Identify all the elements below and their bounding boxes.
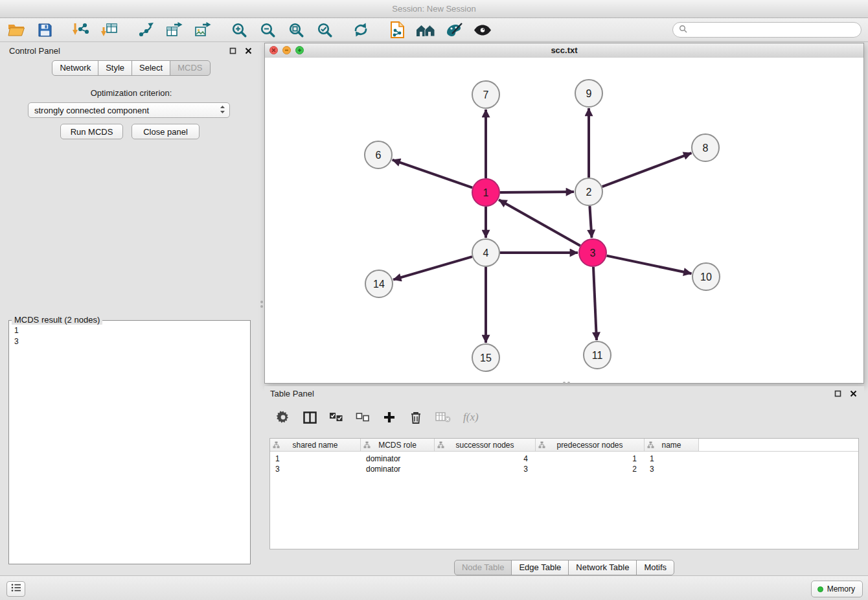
window-title: Session: New Session <box>392 4 475 14</box>
zoom-in-icon[interactable] <box>229 20 249 40</box>
task-history-button[interactable] <box>6 581 25 597</box>
control-panel-title: Control Panel <box>9 46 60 56</box>
zoom-out-icon[interactable] <box>258 20 277 40</box>
table-cell: 3 <box>645 465 699 474</box>
application-window: Session: New Session Control Panel Netwo… <box>0 0 868 600</box>
table-settings-icon[interactable] <box>276 409 290 426</box>
network-canvas[interactable]: 7968124314101511 <box>265 58 863 383</box>
tab-edge-table[interactable]: Edge Table <box>511 560 569 575</box>
table-row[interactable]: 1dominator411 <box>270 454 858 464</box>
select-all-icon[interactable] <box>329 409 343 426</box>
graph-edge-1-6[interactable] <box>393 160 473 188</box>
network-view-window: scc.txt 7968124314101511 <box>264 43 864 384</box>
graph-edge-3-10[interactable] <box>607 256 692 274</box>
column-header-MCDS-role[interactable]: MCDS role <box>361 439 435 451</box>
tab-mcds[interactable]: MCDS <box>170 60 210 76</box>
table-row[interactable]: 3dominator323 <box>270 464 858 474</box>
table-panel-tabs: Node TableEdge TableNetwork TableMotifs <box>264 560 864 575</box>
table-cell: 2 <box>536 465 645 474</box>
graph-edge-4-14[interactable] <box>393 257 472 280</box>
graph-node-label: 14 <box>373 279 385 290</box>
mcds-result-box: MCDS result (2 nodes) 1 3 <box>8 320 251 564</box>
dropdown-arrows-icon <box>220 105 225 116</box>
delete-row-icon[interactable] <box>409 409 423 426</box>
export-network-icon[interactable] <box>136 20 155 40</box>
criterion-dropdown-value: strongly connected component <box>34 106 220 115</box>
graph-node-label: 10 <box>700 271 712 283</box>
tab-network[interactable]: Network <box>52 60 98 76</box>
table-toolbar: f(x) <box>276 406 479 429</box>
graph-edge-3-11[interactable] <box>593 267 597 340</box>
graph-edge-2-8[interactable] <box>602 153 692 187</box>
deselect-all-icon[interactable] <box>356 409 370 426</box>
minimize-window-icon[interactable] <box>282 46 291 54</box>
tab-style[interactable]: Style <box>98 60 132 76</box>
table-cell: 3 <box>270 465 361 474</box>
graph-node-label: 6 <box>376 150 382 161</box>
split-table-icon[interactable] <box>303 409 317 426</box>
memory-button-label: Memory <box>827 584 855 594</box>
table-cell: 1 <box>270 454 361 463</box>
show-graphics-details-icon[interactable] <box>473 20 492 40</box>
close-window-icon[interactable] <box>269 46 278 54</box>
memory-status-icon <box>817 586 823 592</box>
network-window-title: scc.txt <box>551 45 577 55</box>
network-window-titlebar[interactable]: scc.txt <box>265 43 863 58</box>
table-body: 1dominator4113dominator323 <box>270 454 858 474</box>
column-type-icon <box>647 441 654 450</box>
horizontal-splitter-handle[interactable] <box>558 381 574 385</box>
close-panel-button[interactable]: Close panel <box>131 124 200 139</box>
column-header-predecessor-nodes[interactable]: predecessor nodes <box>536 439 645 451</box>
column-header-shared-name[interactable]: shared name <box>270 439 361 451</box>
graph-node-label: 2 <box>586 187 592 198</box>
status-bar: Memory <box>0 575 868 600</box>
graph-node-label: 15 <box>480 352 492 363</box>
network-file-icon[interactable] <box>387 20 407 40</box>
table-cell: 4 <box>435 454 536 463</box>
add-row-icon[interactable] <box>382 409 396 426</box>
tab-network-table[interactable]: Network Table <box>568 560 637 575</box>
table-panel: Table Panel f(x) shared nameMCDS rolesuc… <box>264 386 864 575</box>
open-session-icon[interactable] <box>6 20 26 40</box>
graph-edge-3-1[interactable] <box>499 200 580 246</box>
save-session-icon[interactable] <box>35 20 54 40</box>
apply-style-icon[interactable] <box>444 20 464 40</box>
graph-edge-2-3[interactable] <box>589 206 591 238</box>
tab-motifs[interactable]: Motifs <box>636 560 674 575</box>
graph-node-label: 11 <box>592 350 603 361</box>
tab-select[interactable]: Select <box>131 60 170 76</box>
graph-edge-1-2[interactable] <box>500 192 574 192</box>
optimization-criterion-label: Optimization criterion: <box>3 88 259 98</box>
column-header-successor-nodes[interactable]: successor nodes <box>435 439 536 451</box>
zoom-fit-icon[interactable] <box>286 20 306 40</box>
zoom-window-icon[interactable] <box>295 46 304 54</box>
import-network-icon[interactable] <box>71 20 91 40</box>
close-panel-icon[interactable] <box>243 45 253 56</box>
search-input[interactable] <box>691 25 855 36</box>
tab-node-table[interactable]: Node Table <box>454 560 512 575</box>
memory-button[interactable]: Memory <box>811 581 863 597</box>
vertical-splitter-handle[interactable] <box>259 296 264 312</box>
table-panel-title: Table Panel <box>270 389 314 398</box>
run-mcds-button[interactable]: Run MCDS <box>60 124 123 139</box>
mcds-result-content: 1 3 <box>9 321 250 352</box>
first-neighbors-icon[interactable] <box>416 20 435 40</box>
export-table-icon[interactable] <box>165 20 184 40</box>
graph-node-label: 4 <box>483 248 489 259</box>
refresh-view-icon[interactable] <box>351 20 371 40</box>
window-titlebar: Session: New Session <box>0 0 868 18</box>
export-image-icon[interactable] <box>193 20 212 40</box>
delete-table-icon[interactable] <box>435 409 451 426</box>
control-panel-header: Control Panel <box>3 43 259 58</box>
criterion-dropdown[interactable]: strongly connected component <box>28 102 230 118</box>
main-toolbar <box>0 18 868 42</box>
node-table: shared nameMCDS rolesuccessor nodesprede… <box>269 438 859 549</box>
close-panel-icon[interactable] <box>848 388 858 398</box>
float-window-icon[interactable] <box>832 388 843 398</box>
column-header-name[interactable]: name <box>645 439 699 451</box>
function-builder-icon[interactable]: f(x) <box>463 409 479 426</box>
float-window-icon[interactable] <box>227 45 238 56</box>
zoom-selected-icon[interactable] <box>315 20 334 40</box>
search-box[interactable] <box>672 22 862 38</box>
import-table-icon[interactable] <box>100 20 119 40</box>
